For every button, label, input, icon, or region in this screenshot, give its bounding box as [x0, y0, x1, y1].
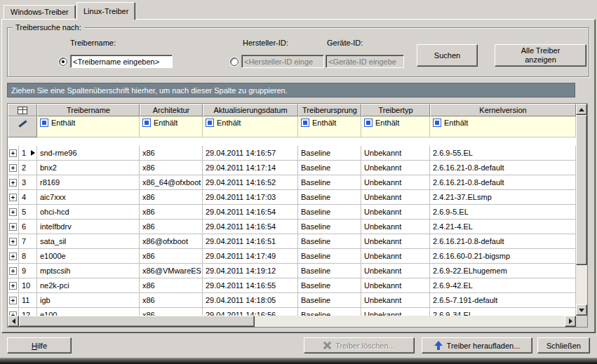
hilfe-button[interactable]: Hilfe [7, 337, 72, 353]
cell-treibertyp: Unbekannt [361, 190, 430, 205]
row-number: 3 [22, 178, 26, 187]
scroll-up-button[interactable] [576, 104, 587, 115]
filter-cell-kernelversion[interactable]: Enthält [430, 116, 576, 137]
row-expand-cell[interactable] [8, 249, 19, 264]
table-row[interactable]: 9 mptscsih x86@VMwareES 29.04.2011 14:19… [8, 264, 576, 278]
column-header-treibername[interactable]: Treibername [37, 104, 140, 116]
table-row[interactable]: 7 sata_sil x86@ofxboot 29.04.2011 14:16:… [8, 234, 576, 249]
geraete-id-input[interactable] [326, 55, 404, 68]
table-row[interactable]: 11 igb x86 29.04.2011 14:18:05 Baseline … [8, 293, 576, 308]
expand-plus-icon[interactable] [9, 149, 17, 157]
row-expand-cell[interactable] [8, 161, 19, 175]
expand-plus-icon[interactable] [9, 179, 17, 187]
row-expand-cell[interactable] [8, 220, 19, 234]
cell-treibername: igb [37, 293, 140, 308]
group-by-bar[interactable]: Ziehen Sie eine Spaltenüberschrift hierh… [7, 83, 575, 97]
expand-plus-icon[interactable] [9, 252, 17, 260]
filter-corner-cell[interactable] [8, 116, 37, 137]
filter-cell-architektur[interactable]: Enthält [140, 116, 203, 137]
column-header-treibertyp[interactable]: Treibertyp [361, 104, 430, 116]
row-number-cell: 6 [19, 220, 37, 234]
current-row-arrow-icon [31, 150, 35, 156]
cell-aktualisierungsdatum: 29.04.2011 14:16:57 [203, 146, 298, 161]
column-chooser-icon[interactable] [18, 107, 27, 114]
horizontal-scrollbar[interactable] [8, 316, 576, 327]
cell-architektur: x86 [140, 146, 203, 161]
table-row[interactable]: 6 intelfbdrv x86 29.04.2011 14:16:54 Bas… [8, 220, 576, 234]
row-number-cell: 3 [19, 175, 37, 190]
expand-plus-icon[interactable] [9, 164, 17, 172]
row-expand-cell[interactable] [8, 146, 19, 161]
column-header-kernelversion[interactable]: Kernelversion [430, 104, 576, 116]
treibername-label: Treibername: [70, 39, 116, 47]
filter-condition-icon[interactable] [206, 119, 214, 127]
id-search-radio[interactable] [230, 58, 239, 66]
filter-cell-treiberursprung[interactable]: Enthält [298, 116, 361, 137]
vertical-scrollbar-thumb[interactable] [576, 115, 587, 265]
cell-aktualisierungsdatum: 29.04.2011 14:16:56 [203, 308, 298, 316]
row-expand-cell[interactable] [8, 175, 19, 190]
expand-plus-icon[interactable] [9, 208, 17, 216]
filter-condition-icon[interactable] [142, 119, 151, 127]
scroll-right-button[interactable] [565, 316, 576, 327]
column-header-aktualisierungsdatum[interactable]: Aktualisierungsdatum [203, 104, 298, 116]
cell-kernelversion: 2.6.5-7.191-default [430, 293, 576, 308]
vertical-scrollbar[interactable] [576, 104, 587, 316]
treiber-heraufladen-button[interactable]: Treiber heraufladen... [422, 337, 532, 353]
column-header-architektur[interactable]: Architektur [140, 104, 203, 116]
row-expand-cell[interactable] [8, 264, 19, 278]
expand-plus-icon[interactable] [9, 282, 17, 290]
filter-condition-icon[interactable] [364, 119, 373, 127]
row-number-cell: 5 [19, 205, 37, 220]
suchen-button[interactable]: Suchen [417, 44, 478, 67]
cell-treibertyp: Unbekannt [361, 146, 430, 161]
tab-windows-treiber[interactable]: Windows-Treiber [4, 5, 76, 19]
treiber-loeschen-button[interactable]: Treiber löschen... [304, 337, 415, 353]
upload-arrow-icon [434, 341, 443, 350]
horizontal-scrollbar-thumb[interactable] [19, 316, 255, 327]
table-row[interactable]: 3 r8169 x86_64@ofxboot 29.04.2011 14:16:… [8, 175, 576, 190]
row-number-cell: 8 [19, 249, 37, 264]
cell-aktualisierungsdatum: 29.04.2011 14:17:49 [203, 249, 298, 264]
expand-plus-icon[interactable] [9, 267, 17, 275]
filter-cell-aktualisierungsdatum[interactable]: Enthält [203, 116, 298, 137]
row-expand-cell[interactable] [8, 308, 19, 316]
expand-plus-icon[interactable] [9, 194, 17, 201]
table-row[interactable]: 1 snd-rme96 x86 29.04.2011 14:16:57 Base… [8, 146, 576, 161]
filter-condition-icon[interactable] [40, 119, 48, 127]
grid-filter-row: Enthält Enthält Enthält Enthält Enthält … [8, 116, 576, 137]
expand-plus-icon[interactable] [9, 223, 17, 231]
expand-plus-icon[interactable] [9, 297, 17, 304]
hersteller-id-input[interactable] [241, 55, 324, 68]
row-expand-cell[interactable] [8, 234, 19, 249]
table-row[interactable]: 12 e100 x86 29.04.2011 14:16:56 Baseline… [8, 308, 576, 316]
row-expand-cell[interactable] [8, 190, 19, 205]
tab-linux-treiber[interactable]: Linux-Treiber [76, 2, 135, 20]
table-row[interactable]: 10 ne2k-pci x86 29.04.2011 14:16:55 Base… [8, 278, 576, 293]
row-expand-cell[interactable] [8, 293, 19, 308]
scroll-down-button[interactable] [576, 304, 587, 316]
row-expand-cell[interactable] [8, 205, 19, 220]
filter-cell-treibertyp[interactable]: Enthält [361, 116, 430, 137]
filter-condition-icon[interactable] [301, 119, 309, 127]
filter-cell-treibername[interactable]: Enthält [37, 116, 140, 137]
cell-treiberursprung: Baseline [298, 190, 361, 205]
row-expand-cell[interactable] [8, 278, 19, 293]
treibername-radio[interactable] [59, 58, 67, 66]
table-row[interactable]: 4 aic7xxx x86 29.04.2011 14:17:03 Baseli… [8, 190, 576, 205]
column-header-treiberursprung[interactable]: Treiberursprung [298, 104, 361, 116]
filter-label: Enthält [154, 119, 177, 127]
alle-treiber-anzeigen-button[interactable]: Alle Treiber anzeigen [495, 44, 586, 67]
button-label: Hilfe [32, 342, 47, 350]
schliessen-button[interactable]: Schließen [537, 337, 590, 353]
table-row[interactable]: 2 bnx2 x86 29.04.2011 14:17:14 Baseline … [8, 161, 576, 175]
scroll-left-button[interactable] [8, 316, 19, 327]
cell-treibername: bnx2 [37, 161, 140, 175]
table-row[interactable]: 8 e1000e x86 29.04.2011 14:17:49 Baselin… [8, 249, 576, 264]
expand-plus-icon[interactable] [9, 238, 17, 245]
cell-aktualisierungsdatum: 29.04.2011 14:16:54 [203, 220, 298, 234]
treibername-input[interactable] [70, 55, 173, 68]
table-row[interactable]: 5 ohci-hcd x86 29.04.2011 14:16:54 Basel… [8, 205, 576, 220]
window-bottom-edge [0, 358, 597, 364]
filter-condition-icon[interactable] [433, 119, 441, 127]
